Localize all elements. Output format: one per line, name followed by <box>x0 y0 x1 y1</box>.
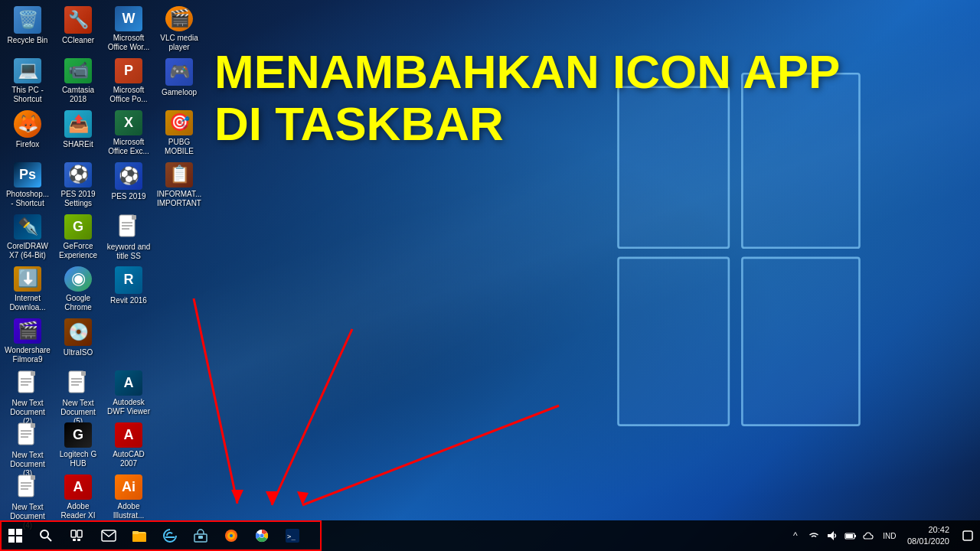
svg-rect-66 <box>854 535 856 537</box>
ms-word-label: Microsoft Office Wor... <box>106 34 152 52</box>
pubg-label: PUBG MOBILE <box>156 138 202 156</box>
desktop-icon-ms-word[interactable]: WMicrosoft Office Wor... <box>104 3 153 55</box>
svg-rect-48 <box>77 539 80 541</box>
desktop-icon-firefox[interactable]: 🦊Firefox <box>3 107 52 159</box>
illustrator-label: Adobe Illustrat... <box>106 502 152 520</box>
ultraiso-label: UltraISO <box>64 348 93 357</box>
desktop-icon-newtxt5[interactable]: New Text Document (5) <box>54 367 103 419</box>
tray-cloud[interactable] <box>860 520 878 551</box>
desktop-icon-this-pc[interactable]: 💻This PC - Shortcut <box>3 55 52 107</box>
desktop-icon-illustrator[interactable]: AiAdobe Illustrat... <box>104 471 153 523</box>
svg-rect-47 <box>73 539 76 541</box>
adobe-icon: A <box>64 474 92 500</box>
adobe-label: Adobe Reader XI <box>55 502 101 520</box>
pubg-icon: 🎯 <box>165 110 193 135</box>
desktop-icon-chrome[interactable]: ◉Google Chrome <box>54 263 103 315</box>
desktop-icon-vlc[interactable]: 🎬VLC media player <box>155 3 204 55</box>
informat-icon: 📋 <box>165 162 193 187</box>
desktop-icon-pes2019[interactable]: ⚽PES 2019 <box>104 159 153 211</box>
keyword-title-icon <box>115 214 142 240</box>
this-pc-icon: 💻 <box>14 58 41 83</box>
newtxt3-icon <box>14 422 41 448</box>
photoshop-icon: Ps <box>14 162 41 187</box>
svg-rect-30 <box>31 423 35 428</box>
desktop-icon-keyword-title[interactable]: keyword and title SS <box>104 211 153 263</box>
desktop-icon-informat[interactable]: 📋INFORMAT... IMPORTANT <box>155 159 204 211</box>
ms-word-icon: W <box>115 6 142 31</box>
ms-excel-label: Microsoft Office Exc... <box>106 138 152 156</box>
desktop-icon-revit[interactable]: RRevit 2016 <box>104 263 153 315</box>
pes2019-label: PES 2019 <box>111 192 145 201</box>
desktop-icon-newtxt4[interactable]: New Text Document (4) <box>3 471 52 523</box>
notification-center-button[interactable] <box>956 520 980 551</box>
desktop: MENAMBAHKAN ICON APP DI TASKBAR 🗑️Recycl… <box>0 0 980 551</box>
pes2019-settings-label: PES 2019 Settings <box>55 190 101 208</box>
desktop-icon-ms-excel[interactable]: XMicrosoft Office Exc... <box>104 107 153 159</box>
svg-rect-45 <box>71 530 76 537</box>
autocad-icon: A <box>115 422 142 448</box>
system-tray: ^ <box>786 520 980 551</box>
svg-rect-67 <box>963 531 972 540</box>
desktop-icon-shareit[interactable]: 📤SHAREit <box>54 107 103 159</box>
edge-browser-button[interactable] <box>155 520 185 551</box>
desktop-icon-coreldraw[interactable]: ✒️CorelDRAW X7 (64-Bit) <box>3 211 52 263</box>
tray-battery[interactable] <box>841 520 860 551</box>
this-pc-label: This PC - Shortcut <box>5 86 51 104</box>
desktop-icon-filmora[interactable]: 🎬Wondershare Filmora9 <box>3 315 52 367</box>
ms-excel-icon: X <box>115 110 142 135</box>
file-explorer-button[interactable] <box>124 520 155 551</box>
internet-icon: ⬇️ <box>14 266 41 292</box>
desktop-icon-internet[interactable]: ⬇️Internet Downloa... <box>3 263 52 315</box>
firefox-icon: 🦊 <box>14 110 41 138</box>
store-button[interactable] <box>185 520 216 551</box>
desktop-icon-photoshop[interactable]: PsPhotoshop... - Shortcut <box>3 159 52 211</box>
chrome-icon: ◉ <box>64 266 92 292</box>
tray-language[interactable]: IND <box>878 520 901 551</box>
desktop-icon-gameloop[interactable]: 🎮Gameloop <box>155 55 204 107</box>
ultraiso-icon: 💿 <box>64 318 92 346</box>
svg-line-44 <box>47 537 51 541</box>
clock-date: 08/01/2020 <box>907 536 949 547</box>
mail-app-button[interactable] <box>93 520 124 551</box>
gameloop-label: Gameloop <box>162 88 197 97</box>
tray-clock[interactable]: 20:42 08/01/2020 <box>901 524 956 548</box>
task-view-button[interactable] <box>61 520 92 551</box>
desktop-icons-grid: 🗑️Recycle Bin🔧CCleanerWMicrosoft Office … <box>0 0 207 528</box>
desktop-icon-pes2019-settings[interactable]: ⚽PES 2019 Settings <box>54 159 103 211</box>
desktop-icon-geforce[interactable]: GGeForce Experience <box>54 211 103 263</box>
desktop-icon-ultraiso[interactable]: 💿UltraISO <box>54 315 103 367</box>
svg-rect-6 <box>619 258 729 425</box>
powershell-button[interactable]: >_ <box>277 520 308 551</box>
desktop-icon-ccleaner[interactable]: 🔧CCleaner <box>54 3 103 55</box>
desktop-icon-ms-powerpoint[interactable]: PMicrosoft Office Po... <box>104 55 153 107</box>
desktop-icon-autocad[interactable]: AAutoCAD 2007 <box>104 419 153 471</box>
revit-label: Revit 2016 <box>110 296 147 305</box>
desktop-icon-adobe[interactable]: AAdobe Reader XI <box>54 471 103 523</box>
tray-volume[interactable] <box>823 520 841 551</box>
svg-point-57 <box>230 534 233 537</box>
logitech-label: Logitech G HUB <box>55 450 101 468</box>
coreldraw-label: CorelDRAW X7 (64-Bit) <box>5 242 51 260</box>
firefox-taskbar-button[interactable] <box>216 520 247 551</box>
ms-powerpoint-icon: P <box>115 58 142 83</box>
autodesk-icon: A <box>115 370 142 396</box>
desktop-icon-newtxt2[interactable]: New Text Document (2) <box>3 367 52 419</box>
desktop-icon-camtasia[interactable]: 📹Camtasia 2018 <box>54 55 103 107</box>
desktop-icon-pubg[interactable]: 🎯PUBG MOBILE <box>155 107 204 159</box>
taskbar-search-button[interactable] <box>31 520 61 551</box>
chrome-taskbar-button[interactable] <box>247 520 277 551</box>
tray-network[interactable] <box>805 520 823 551</box>
vlc-icon: 🎬 <box>165 6 193 31</box>
tray-chevron[interactable]: ^ <box>786 520 805 551</box>
svg-rect-52 <box>132 531 139 534</box>
desktop-icon-logitech[interactable]: GLogitech G HUB <box>54 419 103 471</box>
internet-label: Internet Downloa... <box>5 294 51 312</box>
desktop-icon-recycle-bin[interactable]: 🗑️Recycle Bin <box>3 3 52 55</box>
filmora-icon: 🎬 <box>14 318 41 344</box>
pes2019-settings-icon: ⚽ <box>64 162 92 187</box>
desktop-icon-autodesk[interactable]: AAutodesk DWF Viewer <box>104 367 153 419</box>
geforce-label: GeForce Experience <box>55 242 101 260</box>
svg-rect-35 <box>31 475 35 480</box>
start-button[interactable] <box>0 520 31 551</box>
desktop-icon-newtxt3[interactable]: New Text Document (3) <box>3 419 52 471</box>
